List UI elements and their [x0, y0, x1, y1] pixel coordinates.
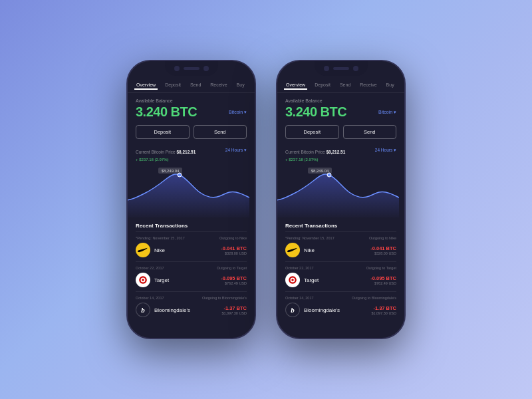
- send-button[interactable]: Send: [343, 125, 397, 139]
- transaction-row: Nike -0.041 BTC $328.00 USD: [136, 243, 247, 257]
- svg-text:$8,249.04: $8,249.04: [311, 169, 329, 173]
- time-range-selector[interactable]: 24 Hours ▾: [225, 148, 247, 153]
- time-range-selector[interactable]: 24 Hours ▾: [375, 148, 396, 153]
- screen-content: Overview Deposit Send Receive Buy: [277, 77, 404, 338]
- price-change: + $237.18 (2.97%): [136, 158, 247, 162]
- merchant-name: Nike: [154, 247, 165, 253]
- merchant-name: Target: [154, 277, 169, 283]
- transaction-item: October 22, 2017 Outgoing to Target Targ…: [136, 261, 247, 291]
- transaction-item: October 22, 2017 Outgoing to Target Targ…: [285, 261, 396, 291]
- front-camera: [324, 66, 329, 71]
- transaction-row: Target -0.095 BTC $762.49 USD: [285, 273, 396, 287]
- screen: Overview Deposit Send Receive Buy: [128, 61, 255, 338]
- transaction-row: b Bloomingdale's -1.37 BTC $1,097.30 USD: [285, 303, 396, 317]
- bloomingdales-icon: b: [136, 303, 150, 317]
- bloomingdales-icon: b: [285, 303, 300, 317]
- nav-tabs: Overview Deposit Send Receive Buy: [128, 77, 255, 93]
- usd-amount: $762.49 USD: [370, 281, 396, 285]
- merchant-name: Target: [304, 277, 319, 283]
- balance-amount: 3.240 BTC: [136, 104, 197, 120]
- merchant-info: Nike: [136, 243, 165, 257]
- merchant-info: b Bloomingdale's: [285, 303, 340, 317]
- transaction-meta: *Pending: November 15, 2017 Outgoing to …: [136, 236, 247, 240]
- tab-receive[interactable]: Receive: [358, 81, 378, 90]
- usd-amount: $1,097.30 USD: [221, 311, 247, 315]
- btc-amount: -0.095 BTC: [370, 275, 396, 281]
- deposit-button[interactable]: Deposit: [285, 125, 339, 139]
- tab-overview[interactable]: Overview: [134, 81, 158, 90]
- main-content: Available Balance 3.240 BTC Bitcoin ▾ De…: [128, 93, 255, 162]
- price-info: Current Bitcoin Price $8,212.51: [285, 144, 345, 156]
- transaction-item: October 14, 2017 Outgoing to Bloomingdal…: [285, 291, 396, 321]
- balance-amount: 3.240 BTC: [285, 104, 346, 120]
- transaction-type: Outgoing to Target: [366, 266, 396, 270]
- main-content: Available Balance 3.240 BTC Bitcoin ▾ De…: [277, 93, 404, 162]
- nav-tabs: Overview Deposit Send Receive Buy: [277, 77, 404, 93]
- transaction-amount: -0.041 BTC $328.00 USD: [221, 245, 247, 255]
- phone-frame: Overview Deposit Send Receive Buy: [126, 60, 256, 339]
- nike-icon: [285, 243, 300, 257]
- nike-icon: [136, 243, 150, 257]
- tab-overview[interactable]: Overview: [284, 81, 307, 90]
- notch: [315, 61, 368, 76]
- price-change: + $237.18 (2.97%): [285, 158, 396, 162]
- merchant-name: Bloomingdale's: [304, 307, 340, 313]
- btc-amount: -1.37 BTC: [221, 305, 247, 311]
- btc-amount: -0.041 BTC: [221, 245, 247, 251]
- transaction-date: October 22, 2017: [136, 266, 164, 270]
- tab-deposit[interactable]: Deposit: [163, 81, 183, 90]
- balance-label: Available Balance: [285, 98, 396, 103]
- balance-row: 3.240 BTC Bitcoin ▾: [136, 104, 247, 120]
- usd-amount: $328.00 USD: [221, 251, 247, 255]
- transaction-meta: October 22, 2017 Outgoing to Target: [136, 266, 247, 270]
- price-section: Current Bitcoin Price $8,212.51 24 Hours…: [136, 144, 247, 156]
- balance-row: 3.240 BTC Bitcoin ▾: [285, 104, 396, 120]
- currency-selector[interactable]: Bitcoin ▾: [378, 110, 396, 115]
- send-button[interactable]: Send: [194, 125, 247, 139]
- price-section: Current Bitcoin Price $8,212.51 24 Hours…: [285, 144, 396, 156]
- merchant-name: Nike: [304, 247, 315, 253]
- merchant-info: Target: [136, 273, 169, 287]
- action-buttons: Deposit Send: [136, 125, 247, 139]
- transaction-date: October 14, 2017: [285, 296, 314, 300]
- deposit-button[interactable]: Deposit: [136, 125, 190, 139]
- price-label: Current Bitcoin Price: [136, 150, 176, 154]
- tab-buy[interactable]: Buy: [235, 81, 247, 90]
- transaction-item: *Pending: November 15, 2017 Outgoing to …: [136, 231, 247, 261]
- transaction-meta: October 14, 2017 Outgoing to Bloomingdal…: [285, 296, 396, 300]
- transaction-meta: October 14, 2017 Outgoing to Bloomingdal…: [136, 296, 247, 300]
- front-camera: [174, 66, 180, 71]
- tab-receive[interactable]: Receive: [208, 81, 229, 90]
- screen-content: Overview Deposit Send Receive Buy: [128, 77, 255, 338]
- transaction-type: Outgoing to Target: [217, 266, 247, 270]
- tab-send[interactable]: Send: [338, 81, 352, 90]
- transactions-title: Recent Transactions: [285, 223, 396, 229]
- transaction-date: October 22, 2017: [285, 266, 314, 270]
- price-chart: $8,249.04: [128, 164, 255, 217]
- svg-point-5: [142, 279, 144, 281]
- transaction-type: Outgoing to Bloomingdale's: [352, 296, 396, 300]
- transactions-section: Recent Transactions *Pending: November 1…: [128, 217, 255, 321]
- price-chart: $8,249.04: [277, 164, 404, 217]
- merchant-info: b Bloomingdale's: [136, 303, 190, 317]
- transaction-amount: -0.095 BTC $762.49 USD: [221, 275, 247, 285]
- target-icon: [285, 273, 300, 287]
- tab-send[interactable]: Send: [188, 81, 203, 90]
- tab-deposit[interactable]: Deposit: [313, 81, 332, 90]
- svg-point-11: [291, 279, 294, 281]
- transaction-meta: October 22, 2017 Outgoing to Target: [285, 266, 396, 270]
- speaker: [333, 67, 349, 70]
- merchant-info: Target: [285, 273, 319, 287]
- transaction-type: Outgoing to Nike: [369, 236, 396, 240]
- phone-right: Overview Deposit Send Receive Buy: [276, 60, 406, 339]
- price-info: Current Bitcoin Price $8,212.51: [136, 144, 196, 156]
- currency-selector[interactable]: Bitcoin ▾: [229, 110, 247, 115]
- transaction-type: Outgoing to Nike: [219, 236, 247, 240]
- merchant-name: Bloomingdale's: [154, 307, 190, 313]
- screen: Overview Deposit Send Receive Buy: [277, 61, 404, 338]
- balance-label: Available Balance: [136, 98, 247, 103]
- tab-buy[interactable]: Buy: [384, 81, 396, 90]
- svg-text:$8,249.04: $8,249.04: [162, 169, 180, 173]
- usd-amount: $1,097.30 USD: [371, 311, 396, 315]
- notch: [165, 61, 218, 76]
